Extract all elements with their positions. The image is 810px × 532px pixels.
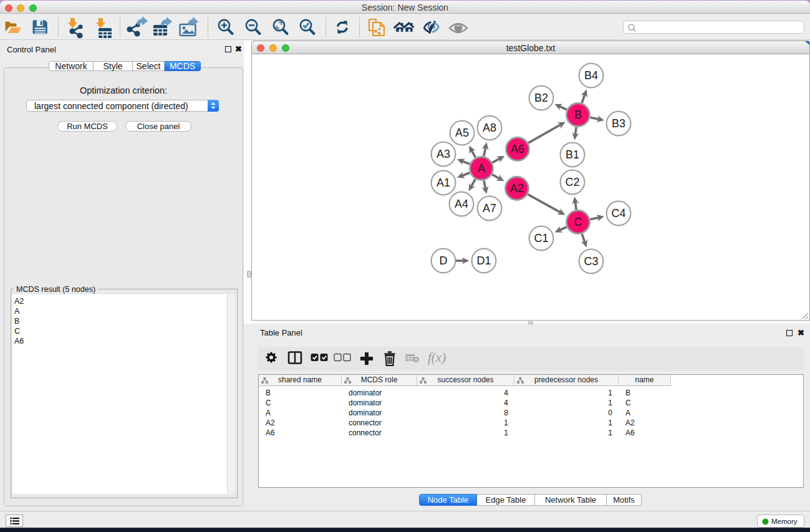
svg-text:B4: B4 (584, 69, 598, 82)
svg-text:C1: C1 (534, 232, 548, 244)
svg-text:B3: B3 (612, 117, 625, 130)
svg-text:D1: D1 (476, 254, 491, 267)
svg-text:A8: A8 (483, 122, 496, 134)
svg-text:A3: A3 (436, 148, 450, 160)
svg-text:A4: A4 (455, 198, 468, 210)
svg-text:A6: A6 (511, 143, 524, 155)
svg-text:A2: A2 (510, 182, 524, 195)
svg-text:C4: C4 (611, 207, 625, 220)
svg-text:B: B (574, 109, 582, 121)
svg-text:A: A (478, 162, 485, 175)
svg-text:D: D (440, 254, 448, 267)
svg-text:A7: A7 (483, 202, 496, 215)
svg-text:B1: B1 (566, 148, 579, 161)
svg-text:A5: A5 (455, 127, 469, 139)
svg-text:A1: A1 (436, 177, 450, 189)
svg-text:C2: C2 (565, 176, 579, 188)
svg-text:C: C (574, 216, 582, 228)
svg-text:B2: B2 (534, 92, 548, 104)
svg-text:C3: C3 (584, 255, 598, 268)
